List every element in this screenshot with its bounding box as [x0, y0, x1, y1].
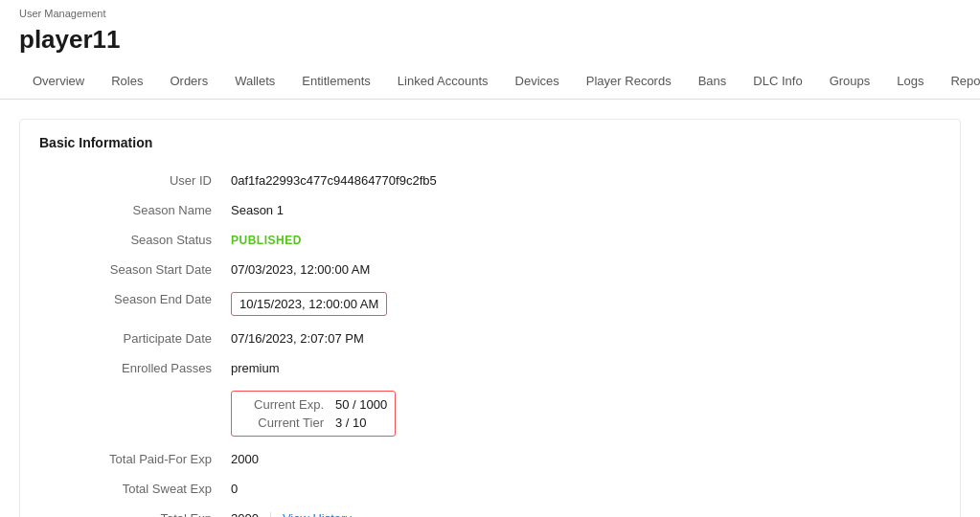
- total-sweat-label: Total Sweat Exp: [39, 482, 231, 496]
- nav-tabs: Overview Roles Orders Wallets Entitlemen…: [0, 64, 980, 100]
- total-paid-row: Total Paid-For Exp 2000: [39, 444, 941, 474]
- info-table: User ID 0af1fa22993c477c944864770f9c2fb5…: [39, 166, 941, 517]
- season-name-value: Season 1: [231, 203, 284, 217]
- total-exp-value: 2000 View History →: [231, 511, 368, 517]
- content-area: Basic Information User ID 0af1fa22993c47…: [0, 100, 980, 517]
- enrolled-passes-row: Enrolled Passes premium: [39, 353, 941, 383]
- season-name-label: Season Name: [39, 203, 231, 217]
- tab-entitlements[interactable]: Entitlements: [288, 64, 384, 100]
- tab-linked-accounts[interactable]: Linked Accounts: [384, 64, 502, 100]
- season-start-date-row: Season Start Date 07/03/2023, 12:00:00 A…: [39, 255, 941, 284]
- breadcrumb: User Management: [0, 0, 980, 21]
- season-start-date-value: 07/03/2023, 12:00:00 AM: [231, 262, 370, 277]
- total-exp-row: Total Exp 2000 View History →: [39, 504, 941, 517]
- user-id-label: User ID: [39, 173, 231, 188]
- current-exp-tier-row: Current Exp. 50 / 1000 Current Tier 3 / …: [39, 383, 941, 444]
- divider: [270, 512, 271, 518]
- tab-wallets[interactable]: Wallets: [221, 64, 288, 100]
- current-exp-tier-group: Current Exp. 50 / 1000 Current Tier 3 / …: [231, 391, 396, 437]
- tab-roles[interactable]: Roles: [98, 64, 156, 100]
- tab-logs[interactable]: Logs: [883, 64, 937, 100]
- total-sweat-value: 0: [231, 482, 238, 496]
- status-badge: PUBLISHED: [231, 234, 302, 247]
- tab-player-records[interactable]: Player Records: [573, 64, 685, 100]
- total-exp-label: Total Exp: [39, 511, 231, 517]
- season-status-value: PUBLISHED: [231, 233, 302, 247]
- season-end-date-highlight: 10/15/2023, 12:00:00 AM: [231, 292, 387, 316]
- total-paid-label: Total Paid-For Exp: [39, 452, 231, 466]
- current-tier-inner-label: Current Tier: [239, 416, 335, 430]
- season-name-row: Season Name Season 1: [39, 195, 941, 225]
- card-title: Basic Information: [39, 135, 941, 150]
- page-title: player11: [0, 21, 980, 64]
- participate-date-label: Participate Date: [39, 331, 231, 346]
- user-id-row: User ID 0af1fa22993c477c944864770f9c2fb5: [39, 166, 941, 195]
- season-status-row: Season Status PUBLISHED: [39, 225, 941, 255]
- current-exp-inner-label: Current Exp.: [239, 397, 335, 412]
- tab-bans[interactable]: Bans: [685, 64, 741, 100]
- season-status-label: Season Status: [39, 233, 231, 247]
- season-end-date-label: Season End Date: [39, 292, 231, 316]
- participate-date-value: 07/16/2023, 2:07:07 PM: [231, 331, 364, 346]
- participate-date-row: Participate Date 07/16/2023, 2:07:07 PM: [39, 324, 941, 353]
- season-end-date-value: 10/15/2023, 12:00:00 AM: [231, 292, 387, 316]
- tab-devices[interactable]: Devices: [502, 64, 573, 100]
- view-history-link[interactable]: View History →: [283, 511, 368, 517]
- tab-orders[interactable]: Orders: [156, 64, 221, 100]
- season-start-date-label: Season Start Date: [39, 262, 231, 277]
- tab-reports[interactable]: Reports: [937, 64, 980, 100]
- current-tier-inner-value: 3 / 10: [335, 416, 367, 430]
- user-id-value: 0af1fa22993c477c944864770f9c2fb5: [231, 173, 437, 188]
- current-tier-inner-row: Current Tier 3 / 10: [239, 414, 387, 432]
- tab-groups[interactable]: Groups: [816, 64, 884, 100]
- enrolled-passes-label: Enrolled Passes: [39, 361, 231, 375]
- season-end-date-row: Season End Date 10/15/2023, 12:00:00 AM: [39, 284, 941, 324]
- current-exp-label: [39, 391, 231, 437]
- basic-information-card: Basic Information User ID 0af1fa22993c47…: [19, 119, 961, 517]
- current-exp-tier-box: Current Exp. 50 / 1000 Current Tier 3 / …: [231, 391, 396, 437]
- tab-overview[interactable]: Overview: [19, 64, 98, 100]
- current-exp-inner-row: Current Exp. 50 / 1000: [239, 395, 387, 414]
- tab-dlc-info[interactable]: DLC Info: [740, 64, 815, 100]
- current-exp-inner-value: 50 / 1000: [335, 397, 387, 412]
- enrolled-passes-value: premium: [231, 361, 280, 375]
- total-sweat-row: Total Sweat Exp 0: [39, 474, 941, 504]
- total-paid-value: 2000: [231, 452, 259, 466]
